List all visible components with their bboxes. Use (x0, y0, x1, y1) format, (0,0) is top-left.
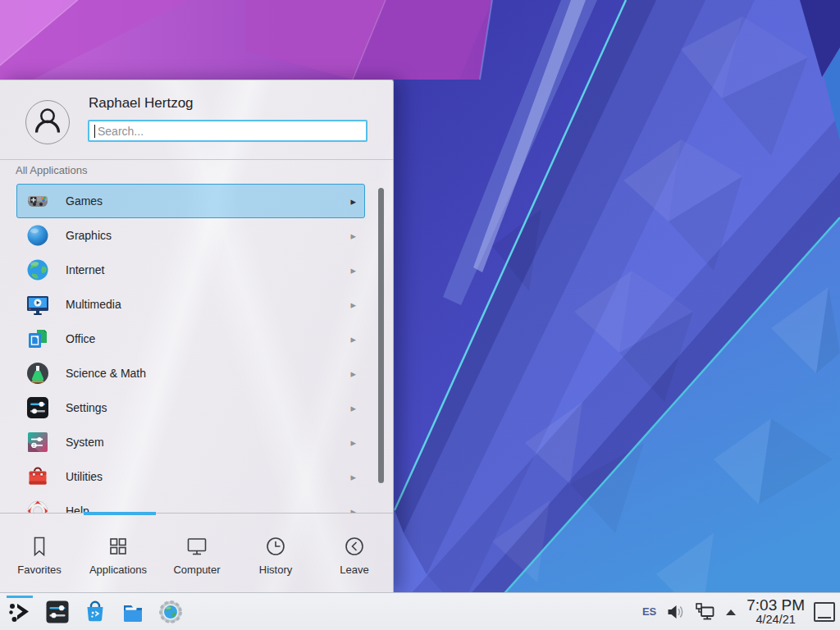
category-item-office[interactable]: Office ▸ (16, 322, 365, 356)
submenu-arrow-icon: ▸ (350, 230, 356, 242)
documents-icon (25, 326, 51, 352)
active-tab-indicator (84, 512, 156, 515)
search-input[interactable]: Search... (88, 120, 368, 142)
submenu-arrow-icon: ▸ (350, 264, 356, 276)
clock-time: 7:03 PM (746, 597, 805, 614)
taskbar-launchers (0, 599, 184, 625)
user-icon (26, 101, 69, 144)
monitor-play-icon (25, 291, 51, 317)
keyboard-layout-indicator[interactable]: ES (642, 605, 656, 618)
system-settings-button[interactable] (44, 599, 71, 625)
tab-history[interactable]: History (236, 516, 315, 593)
leave-icon (342, 534, 367, 559)
toolbox-icon (25, 463, 51, 490)
submenu-arrow-icon: ▸ (350, 505, 356, 514)
category-label: Internet (66, 263, 104, 276)
header-divider (0, 159, 393, 160)
application-launcher-button[interactable] (7, 599, 33, 625)
gamepad-icon (25, 188, 51, 214)
clock-icon (263, 534, 288, 559)
konqueror-globe-icon (158, 599, 184, 625)
submenu-arrow-icon: ▸ (350, 471, 356, 483)
tab-computer[interactable]: Computer (158, 516, 236, 593)
tab-applications[interactable]: Applications (79, 516, 158, 593)
tab-label: Computer (173, 564, 220, 576)
submenu-arrow-icon: ▸ (350, 333, 356, 345)
launcher-tabbar: Favorites Applications Computer (0, 516, 394, 593)
submenu-arrow-icon: ▸ (350, 436, 356, 449)
globe-icon (25, 257, 51, 283)
caret-up-icon[interactable] (724, 607, 737, 617)
network-wired-icon[interactable] (694, 601, 715, 623)
speaker-icon[interactable] (665, 602, 685, 622)
category-item-graphics[interactable]: Graphics ▸ (16, 218, 365, 253)
category-label: Graphics (66, 229, 112, 242)
category-label: Settings (66, 401, 107, 414)
submenu-arrow-icon: ▸ (350, 402, 356, 414)
category-item-help[interactable]: Help ▸ (16, 494, 365, 513)
discover-button[interactable] (82, 599, 108, 625)
clock-date: 4/24/21 (746, 614, 805, 626)
tab-favorites[interactable]: Favorites (0, 516, 79, 593)
monitor-icon (185, 534, 209, 559)
web-browser-button[interactable] (158, 599, 184, 625)
category-label: System (66, 436, 104, 449)
category-list: Games ▸ Graphics ▸ (0, 182, 394, 513)
category-item-system[interactable]: System ▸ (16, 425, 365, 459)
flask-icon (25, 360, 51, 386)
application-launcher-panel: Raphael Hertzog Search... All Applicatio… (0, 80, 394, 592)
system-sliders-icon (25, 429, 51, 455)
file-manager-button[interactable] (120, 599, 146, 625)
system-settings-icon (44, 599, 71, 625)
category-label: Science & Math (66, 367, 146, 380)
tab-label: History (259, 564, 292, 576)
lifebuoy-icon (25, 498, 51, 513)
category-item-multimedia[interactable]: Multimedia ▸ (16, 287, 365, 322)
search-placeholder: Search... (98, 125, 144, 138)
tab-label: Leave (340, 564, 368, 576)
dolphin-folder-icon (120, 599, 146, 625)
category-label: Utilities (66, 470, 103, 483)
desktop: Raphael Hertzog Search... All Applicatio… (0, 0, 840, 630)
category-item-science-math[interactable]: Science & Math ▸ (16, 356, 365, 390)
text-caret (94, 125, 95, 138)
tab-label: Applications (89, 564, 147, 576)
submenu-arrow-icon: ▸ (350, 299, 356, 311)
kde-launcher-icon (7, 599, 33, 625)
tab-label: Favorites (17, 564, 61, 576)
submenu-arrow-icon: ▸ (350, 195, 356, 208)
category-item-games[interactable]: Games ▸ (16, 184, 365, 218)
taskbar: ES 7:03 PM 4/24/21 (0, 592, 840, 630)
footer-divider (0, 513, 393, 514)
tab-leave[interactable]: Leave (315, 516, 394, 593)
category-label: Games (66, 194, 103, 208)
show-desktop-button[interactable] (814, 602, 835, 622)
bookmark-icon (27, 534, 52, 559)
category-item-utilities[interactable]: Utilities ▸ (16, 459, 365, 494)
submenu-arrow-icon: ▸ (350, 368, 356, 380)
category-label: Office (66, 332, 95, 345)
grid-icon (106, 534, 130, 559)
user-name: Raphael Hertzog (89, 95, 194, 112)
digital-clock[interactable]: 7:03 PM 4/24/21 (746, 597, 805, 626)
category-label: Multimedia (66, 298, 121, 311)
sliders-icon (25, 395, 51, 421)
user-avatar[interactable] (25, 100, 70, 144)
list-scrollbar[interactable] (378, 188, 384, 483)
discover-bag-icon (82, 599, 108, 625)
category-item-internet[interactable]: Internet ▸ (16, 253, 365, 287)
sphere-icon (25, 222, 51, 249)
section-label: All Applications (16, 164, 87, 176)
category-item-settings[interactable]: Settings ▸ (16, 390, 365, 425)
system-tray: ES 7:03 PM 4/24/21 (642, 597, 840, 626)
